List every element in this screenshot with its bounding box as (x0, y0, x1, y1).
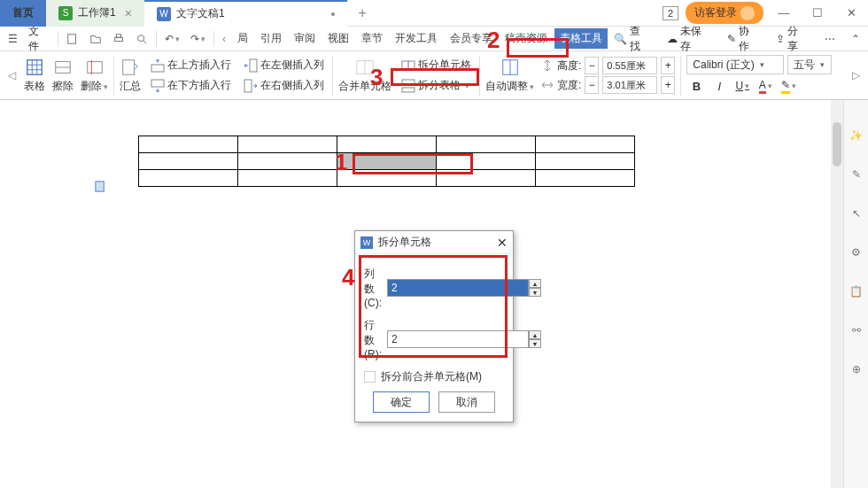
ok-button[interactable]: 确定 (373, 391, 430, 413)
svg-rect-18 (244, 80, 252, 92)
height-increase[interactable]: + (661, 57, 675, 74)
col-width-control: 宽度: − + (541, 76, 675, 94)
rows-down[interactable]: ▼ (529, 339, 541, 348)
collapse-ribbon-icon[interactable]: ⌃ (847, 30, 864, 48)
height-label: 高度: (557, 58, 581, 74)
clipboard-icon[interactable]: 📋 (848, 283, 865, 300)
paragraph-mark-icon (94, 180, 107, 193)
bold-button[interactable]: B (686, 76, 706, 96)
scrollbar-thumb[interactable] (833, 122, 841, 167)
annotation-3: 3 (370, 64, 383, 91)
annotation-2: 2 (487, 27, 500, 54)
vertical-scrollbar[interactable] (831, 100, 843, 488)
search-button[interactable]: 🔍查找 (609, 21, 655, 57)
autofit-button[interactable]: 自动调整▾ (482, 56, 538, 96)
draw-table-button[interactable]: 表格 (20, 56, 49, 96)
rows-up[interactable]: ▲ (529, 330, 541, 339)
redo-icon[interactable]: ↷▾ (186, 30, 210, 48)
settings-slider-icon[interactable]: ⚙ (848, 244, 865, 261)
svg-rect-0 (68, 34, 76, 43)
underline-button[interactable]: U▾ (732, 76, 752, 96)
insert-col-right-button[interactable]: 在右侧插入列 (241, 76, 327, 95)
delete-button[interactable]: 删除▾ (77, 56, 112, 96)
annotation-1: 1 (335, 149, 347, 176)
tab-label: 工作簿1 (78, 5, 116, 20)
open-icon[interactable] (85, 30, 106, 48)
tab-home[interactable]: 首页 (0, 0, 46, 27)
notification-badge[interactable]: 2 (663, 6, 678, 20)
dialog-close-icon[interactable]: ✕ (497, 236, 508, 250)
width-decrease[interactable]: − (585, 76, 599, 94)
menu-tab[interactable]: 审阅 (289, 28, 321, 49)
link-icon[interactable]: ⚯ (848, 321, 865, 339)
assistant-icon[interactable]: ✨ (848, 127, 865, 144)
print-icon[interactable] (108, 30, 129, 48)
width-increase[interactable]: + (661, 76, 675, 94)
svg-rect-17 (250, 59, 257, 72)
nav-left-icon[interactable]: ‹ (218, 30, 230, 48)
more-icon[interactable]: ⋯ (820, 30, 840, 48)
tab-workbook[interactable]: S 工作簿1 × (46, 0, 144, 27)
ribbon-nav-right-icon[interactable]: ▷ (848, 66, 864, 84)
width-input[interactable] (602, 76, 657, 94)
svg-rect-24 (402, 88, 415, 92)
insert-row-above-button[interactable]: 在上方插入行 (148, 56, 234, 74)
ribbon-nav-left-icon[interactable]: ◁ (4, 66, 20, 84)
avatar-icon (740, 6, 755, 20)
unsaved-indicator[interactable]: ☁未保存 (663, 21, 717, 57)
summary-button[interactable]: 汇总 (116, 56, 144, 96)
app-menu-icon[interactable]: ☰ (4, 30, 22, 48)
svg-rect-15 (151, 65, 164, 72)
svg-point-3 (138, 35, 144, 41)
svg-rect-14 (123, 59, 135, 74)
dialog-icon: W (360, 236, 373, 249)
font-family-select[interactable]: Calibri (正文)▾ (686, 55, 784, 74)
menu-tab[interactable]: 局 (232, 28, 253, 49)
spreadsheet-icon: S (58, 6, 73, 20)
svg-rect-1 (115, 37, 123, 41)
font-size-select[interactable]: 五号▾ (787, 55, 832, 74)
menu-tab[interactable]: 引用 (255, 28, 287, 49)
height-input[interactable] (602, 57, 657, 74)
tools-icon[interactable]: ⊕ (848, 360, 865, 378)
checkbox-icon (364, 371, 376, 383)
menu-tab[interactable]: 章节 (356, 28, 388, 49)
insert-col-left-button[interactable]: 在左侧插入列 (241, 56, 327, 74)
erase-button[interactable]: 擦除 (49, 56, 77, 96)
annotation-box-1 (353, 153, 473, 174)
tab-label: 文字文稿1 (176, 6, 225, 21)
height-icon (541, 59, 554, 72)
share-button[interactable]: ⇪分享 (771, 21, 813, 57)
font-color-button[interactable]: A▾ (756, 76, 775, 96)
svg-rect-27 (96, 182, 104, 191)
pen-icon[interactable]: ✎ (848, 166, 865, 183)
new-icon[interactable] (62, 30, 83, 48)
insert-row-below-button[interactable]: 在下方插入行 (148, 76, 234, 95)
svg-rect-16 (151, 80, 164, 87)
close-icon[interactable]: × (125, 6, 132, 20)
svg-line-4 (143, 40, 147, 43)
side-panel: ✨ ✎ ↖ ⚙ 📋 ⚯ ⊕ (843, 100, 868, 488)
cols-up[interactable]: ▲ (529, 279, 541, 288)
dialog-titlebar[interactable]: W 拆分单元格 ✕ (355, 231, 513, 254)
highlight-button[interactable]: ✎▾ (779, 76, 798, 96)
cancel-button[interactable]: 取消 (438, 391, 495, 413)
undo-icon[interactable]: ↶▾ (160, 30, 184, 48)
select-icon[interactable]: ↖ (848, 205, 865, 222)
merge-cells-button: 合并单元格 (335, 56, 395, 96)
new-tab-button[interactable]: + (347, 0, 376, 27)
svg-rect-2 (116, 34, 120, 37)
width-icon (541, 79, 554, 91)
height-decrease[interactable]: − (585, 57, 599, 74)
dialog-title: 拆分单元格 (378, 235, 431, 250)
menu-tab[interactable]: 开发工具 (390, 28, 443, 49)
file-menu[interactable]: 文件 (24, 21, 54, 57)
italic-button[interactable]: I (709, 76, 729, 96)
annotation-box-2 (507, 38, 569, 58)
menu-tab[interactable]: 视图 (322, 28, 354, 49)
preview-icon[interactable] (131, 30, 152, 48)
cols-down[interactable]: ▼ (529, 288, 541, 297)
tab-document[interactable]: W 文字文稿1 • (144, 0, 348, 27)
merge-before-checkbox: 拆分前合并单元格(M) (364, 369, 504, 384)
collab-button[interactable]: ✎协作 (723, 21, 764, 57)
